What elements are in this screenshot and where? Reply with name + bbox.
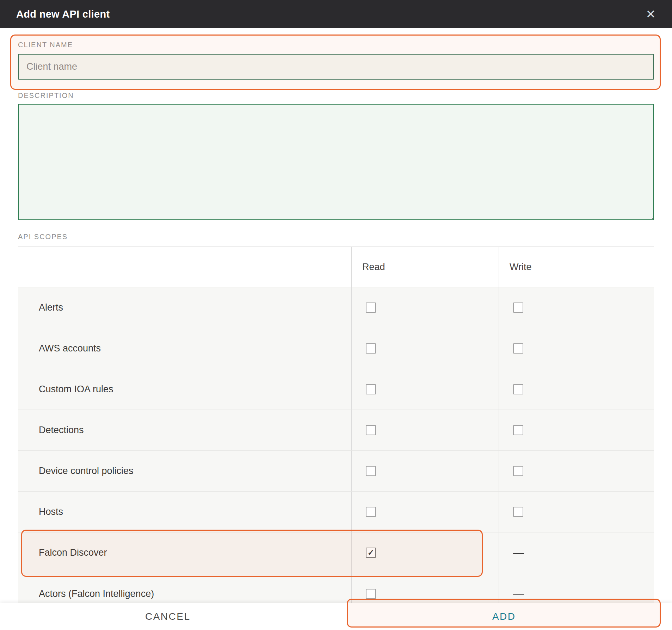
- scopes-table-body: Alerts AWS accounts Custom IOA rules Det…: [18, 287, 654, 614]
- read-checkbox[interactable]: [366, 425, 376, 435]
- table-header-row: Read Write: [18, 247, 654, 287]
- client-name-input[interactable]: [18, 54, 654, 80]
- scope-row: Custom IOA rules: [18, 369, 654, 410]
- scope-name: Falcon Discover: [39, 547, 107, 558]
- scope-row: Hosts: [18, 492, 654, 532]
- cancel-button[interactable]: CANCEL: [0, 603, 336, 630]
- scope-name: Actors (Falcon Intelligence): [39, 588, 154, 599]
- scope-row: Falcon Discover ✓ —: [18, 532, 654, 573]
- write-column-header: Write: [499, 247, 654, 287]
- add-api-client-modal: Add new API client ✕ CLIENT NAME DESCRIP…: [0, 0, 672, 630]
- no-write-access-dash: —: [513, 588, 524, 599]
- read-checkbox[interactable]: [366, 343, 376, 354]
- write-checkbox[interactable]: [513, 507, 523, 517]
- scope-row: AWS accounts: [18, 328, 654, 369]
- read-column-header: Read: [351, 247, 499, 287]
- scope-name: Detections: [39, 425, 84, 436]
- scope-name: Custom IOA rules: [39, 384, 113, 395]
- add-button[interactable]: ADD: [336, 603, 672, 630]
- read-checkbox[interactable]: [366, 384, 376, 394]
- write-checkbox[interactable]: [513, 384, 523, 394]
- no-write-access-dash: —: [513, 547, 524, 558]
- scope-row: Device control policies: [18, 451, 654, 492]
- api-scopes-label: API SCOPES: [18, 233, 654, 241]
- scope-name: AWS accounts: [39, 343, 101, 354]
- scope-name: Hosts: [39, 506, 63, 517]
- read-checkbox[interactable]: [366, 466, 376, 476]
- scope-column-header: [18, 247, 351, 287]
- description-label: DESCRIPTION: [18, 92, 654, 100]
- close-icon[interactable]: ✕: [646, 8, 656, 20]
- api-scopes-table: Read Write Alerts AWS accounts Custom IO…: [18, 247, 654, 615]
- modal-header: Add new API client ✕: [0, 0, 672, 28]
- write-checkbox[interactable]: [513, 466, 523, 476]
- client-name-label: CLIENT NAME: [18, 41, 654, 49]
- scope-name: Device control policies: [39, 466, 134, 476]
- scope-row: Alerts: [18, 287, 654, 328]
- description-textarea[interactable]: [18, 104, 654, 220]
- read-checkbox[interactable]: ✓: [366, 548, 376, 558]
- read-checkbox[interactable]: [366, 589, 376, 599]
- scope-name: Alerts: [39, 302, 63, 313]
- modal-title: Add new API client: [16, 8, 110, 20]
- write-checkbox[interactable]: [513, 425, 523, 435]
- modal-body: CLIENT NAME DESCRIPTION API SCOPES Read …: [0, 28, 672, 615]
- scope-row: Detections: [18, 410, 654, 451]
- modal-footer: CANCEL ADD: [0, 603, 672, 630]
- write-checkbox[interactable]: [513, 302, 523, 313]
- read-checkbox[interactable]: [366, 507, 376, 517]
- read-checkbox[interactable]: [366, 302, 376, 313]
- write-checkbox[interactable]: [513, 343, 523, 354]
